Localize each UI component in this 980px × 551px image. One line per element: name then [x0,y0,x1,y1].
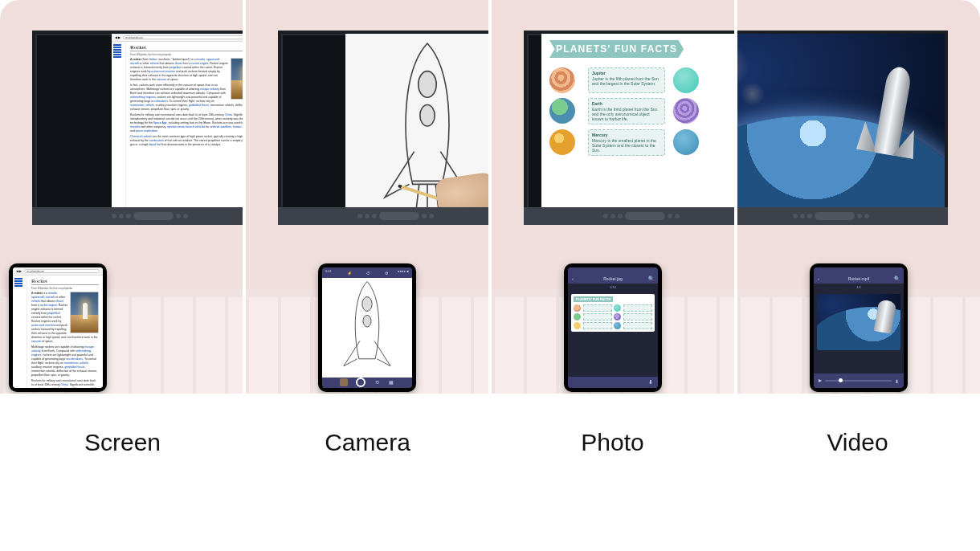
video-app-header: ‹ Rocket.mp4 🔍 [814,267,904,284]
monitor-screen: ◀ ▶ en.wikipedia.org ↻ Rocket From Wikip… [32,31,243,223]
facts-banner: PLANETS' FUN FACTS [549,40,684,58]
wiki-subhead: From Wikipedia, the free encyclopedia [31,287,99,290]
label-video: Video [735,429,980,456]
camera-viewfinder [322,278,412,377]
mode-icon[interactable]: ▦ [388,379,394,386]
video-filename: Rocket.mp4 [848,276,870,281]
search-icon[interactable]: 🔍 [648,276,654,281]
seek-bar[interactable] [825,380,892,382]
back-icon[interactable]: ‹ [572,276,574,281]
wiki-paragraph: Chemical rockets are the most common typ… [130,135,243,147]
label-camera: Camera [245,429,490,456]
planet-neptune-icon [673,67,699,93]
planet-jupiter-icon [549,67,575,93]
gallery-thumb[interactable] [340,378,348,386]
photo-app-header: ‹ Rocket.jpg 🔍 [568,267,658,284]
browser-address-bar: ◀ ▶ en.wikipedia.org [13,267,103,276]
wiki-subhead: From Wikipedia, the free encyclopedia [130,53,243,56]
url-field: en.wikipedia.org [123,35,243,39]
panel-camera: 9:41 ●●● ▸ ■ ⚡ ⏱ ⚙ [246,0,488,394]
monitor-video: 🔊 ⛶ [737,31,948,223]
planet-mars-icon [673,129,699,155]
feature-grid: ◀ ▶ en.wikipedia.org ↻ Rocket From Wikip… [0,0,980,394]
switch-camera-icon[interactable]: ⟲ [374,379,380,386]
wiki-paragraph: In fact, rockets work more efficiently i… [130,84,243,112]
photo-meta: 1/16 [568,284,658,291]
photo-filename: Rocket.jpg [603,276,623,281]
wiki-thumbnail [231,58,243,100]
panel-photo: PLANETS' FUN FACTS JupiterJupiter is the… [492,0,734,394]
label-photo: Photo [490,429,735,456]
fact-earth: EarthEarth is the third planet from the … [588,98,665,124]
svg-point-3 [363,316,371,328]
fact-mercury: MercuryMercury is the smallest planet in… [588,129,665,156]
wiki-paragraph: Rockets for military and recreational us… [130,113,243,133]
planet-earth-icon [549,98,575,124]
camera-controls: ⟲ ▦ [322,378,412,388]
video-meta: 1/4 [814,284,904,291]
labels-row: Screen Camera Photo Video [0,429,980,456]
spaceship [840,59,936,169]
download-icon[interactable]: ⬇ [648,379,653,386]
status-icons: ●●● ▸ ■ [398,269,409,273]
panel-video: 🔊 ⛶ ‹ Rocket.mp4 🔍 1/4 [737,0,980,394]
search-icon[interactable]: 🔍 [894,276,900,281]
fact-jupiter: JupiterJupiter is the fifth planet from … [588,67,665,93]
svg-point-0 [419,71,436,98]
browser-address-bar: ◀ ▶ en.wikipedia.org ↻ [112,34,243,42]
tablet-photo: ‹ Rocket.jpg 🔍 1/16 PLANETS' FUN FACTS [564,263,662,392]
svg-point-1 [420,104,435,126]
clock: 9:41 [325,269,332,273]
planet-mercury-icon [549,129,575,155]
monitor-photo: PLANETS' FUN FACTS JupiterJupiter is the… [524,31,734,223]
download-icon[interactable]: ⬇ [895,378,899,384]
wiki-title: Rocket [31,278,99,285]
wiki-paragraph: A rocket (from Italian: rocchetto, "bobb… [130,58,243,82]
monitor-control-bar [32,207,243,225]
wiki-thumbnail [70,292,99,333]
camera-app-header: 9:41 ●●● ▸ ■ ⚡ ⏱ ⚙ [322,267,412,278]
url-field: en.wikipedia.org [24,269,100,273]
planet-venus-icon [673,98,699,124]
label-screen: Screen [0,429,245,456]
wiki-title: Rocket [130,44,243,51]
svg-point-2 [362,297,372,312]
panel-screen: ◀ ▶ en.wikipedia.org ↻ Rocket From Wikip… [0,0,243,394]
play-button[interactable] [819,379,822,382]
monitor-camera [278,31,488,223]
shutter-button[interactable] [356,378,365,387]
tablet-screen-mirror: ◀ ▶ en.wikipedia.org Rocket From Wikiped… [9,263,107,392]
tablet-video: ‹ Rocket.mp4 🔍 1/4 ⬇ [810,263,908,392]
back-icon[interactable]: ‹ [818,276,819,281]
wiki-sidebar [112,42,126,220]
tablet-camera: 9:41 ●●● ▸ ■ ⚡ ⏱ ⚙ [318,263,416,392]
